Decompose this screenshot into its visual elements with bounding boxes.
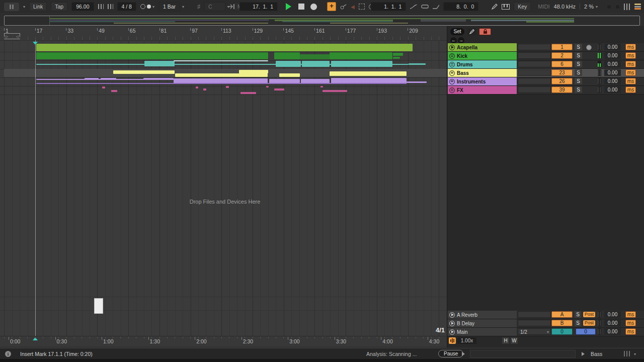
drag-ghost-box[interactable] [94, 298, 103, 314]
clip-segment[interactable] [226, 86, 229, 88]
status-caret-icon[interactable]: ▾ [634, 352, 636, 356]
track-row[interactable]: Instruments26S0.00ms [447, 77, 644, 86]
link-button[interactable]: Link [29, 2, 47, 11]
return-delay-unit-button[interactable]: ms [625, 328, 636, 335]
pre-post-toggle[interactable]: Post [583, 312, 595, 317]
return-solo-button[interactable]: S [575, 320, 581, 326]
track-lines-icon[interactable] [449, 87, 455, 93]
stop-button[interactable] [298, 4, 304, 10]
ramp-icon[interactable] [433, 5, 439, 9]
send-activator-button[interactable]: A [551, 311, 573, 318]
clip-segment[interactable] [113, 70, 175, 74]
track-input-box[interactable] [518, 52, 551, 59]
track-activator-button[interactable]: 26 [551, 78, 573, 84]
track-delay-unit-button[interactable]: ms [625, 44, 636, 50]
track-arm-button[interactable] [586, 45, 592, 50]
clip-segment[interactable] [196, 86, 198, 88]
track-play-icon[interactable] [582, 352, 585, 356]
track-delay-unit-button[interactable]: ms [625, 78, 636, 84]
track-delay-unit-button[interactable]: ms [625, 86, 636, 93]
track-delay-unit-button[interactable]: ms [625, 52, 636, 59]
track-solo-button[interactable]: S [575, 69, 582, 76]
zoom-amount-display[interactable]: 1.00x [457, 337, 476, 344]
track-delay-value[interactable]: 0.00 [604, 78, 621, 84]
pre-post-toggle[interactable]: Post [583, 320, 595, 326]
clip-segment[interactable] [144, 61, 175, 66]
preferences-menu-icon[interactable] [634, 4, 641, 10]
tap-tempo-button[interactable]: Tap [51, 2, 67, 11]
track-solo-button[interactable]: S [575, 52, 582, 59]
main-volume-knob[interactable]: 0 [576, 328, 596, 335]
track-delay-value[interactable]: 0.00 [604, 69, 621, 76]
return-delay-value[interactable]: 0.00 [604, 328, 621, 335]
lock-envelopes-button[interactable] [479, 28, 491, 35]
track-delay-value[interactable]: 0.00 [604, 86, 621, 93]
nudge-down-icon[interactable] [98, 4, 104, 9]
return-input-box[interactable] [518, 320, 551, 326]
return-name-block[interactable]: A Reverb [448, 311, 517, 319]
track-delay-unit-button[interactable]: ms [625, 69, 636, 76]
arrangement-position-display[interactable]: 17. 1. 1 [239, 2, 278, 11]
app-menu-caret-icon[interactable]: ▾ [23, 5, 25, 9]
track-input-box[interactable] [518, 78, 551, 84]
computer-midi-keyboard-icon[interactable] [502, 4, 510, 10]
send-activator-button[interactable]: B [551, 320, 573, 326]
track-solo-button[interactable]: S [575, 78, 582, 84]
clip-segment[interactable] [174, 60, 268, 61]
track-lines-icon[interactable] [449, 70, 455, 76]
arrangement-area[interactable]: Drop Files and Devices Here 4/1 [0, 40, 447, 336]
track-solo-button[interactable]: S [575, 86, 582, 93]
track-row[interactable]: FX39S0.00ms [447, 86, 644, 95]
clip-segment[interactable] [331, 61, 392, 67]
clip-segment[interactable] [85, 78, 99, 80]
clip-segment[interactable] [101, 78, 116, 80]
fold-width-button[interactable]: W [511, 337, 518, 344]
clip-segment[interactable] [274, 88, 284, 90]
clip-segment[interactable] [276, 61, 301, 67]
set-button[interactable]: Set [450, 28, 464, 35]
clip-segment[interactable] [407, 81, 427, 83]
loop-start-display[interactable]: 1. 1. 1 [371, 2, 406, 11]
cue-volume-knob[interactable]: 0 [551, 328, 573, 335]
return-play-icon[interactable] [449, 321, 455, 326]
play-button[interactable] [286, 3, 291, 10]
return-delay-value[interactable]: 0.00 [604, 320, 621, 326]
track-delay-unit-button[interactable]: ms [625, 61, 636, 67]
clip-segment[interactable] [320, 86, 323, 87]
clip-segment[interactable] [323, 90, 347, 92]
clip-segment[interactable] [409, 63, 426, 65]
capture-selection-icon[interactable] [359, 4, 365, 10]
clip-segment[interactable] [36, 52, 268, 59]
track-activator-button[interactable]: 39 [551, 86, 573, 93]
fold-height-button[interactable]: H [502, 337, 509, 344]
preview-play-icon[interactable] [462, 352, 465, 356]
track-activator-button[interactable]: 1 [551, 44, 573, 50]
overdub-plus-button[interactable]: + [327, 2, 336, 11]
cpu-meter[interactable]: 2 % ▾ [580, 4, 598, 10]
metronome-button[interactable]: ▾ [140, 4, 154, 9]
time-signature-display[interactable]: 4 / 8 [117, 2, 136, 11]
clip-segment[interactable] [279, 73, 300, 77]
clip-segment[interactable] [330, 52, 392, 59]
track-name-block[interactable]: Instruments [448, 77, 517, 85]
track-input-box[interactable] [518, 86, 551, 93]
track-delay-value[interactable]: 0.00 [604, 52, 621, 59]
return-play-icon[interactable] [449, 312, 455, 318]
clip-segment[interactable] [175, 73, 268, 77]
clip-segment[interactable] [266, 86, 269, 87]
track-lines-icon[interactable] [449, 62, 455, 67]
clip-segment[interactable] [240, 92, 256, 94]
track-lines-icon[interactable] [449, 79, 455, 84]
return-play-icon[interactable] [449, 329, 455, 335]
track-activator-button[interactable]: 23 [551, 69, 573, 76]
return-track-row[interactable]: B DelayBSPost0.00ms [447, 319, 644, 328]
track-activator-button[interactable]: 2 [551, 52, 573, 59]
fade-icon[interactable] [410, 5, 417, 9]
track-row[interactable]: Kick2S0.00ms [447, 52, 644, 60]
return-input-box[interactable] [518, 311, 551, 318]
record-button[interactable] [310, 4, 317, 10]
automation-pencil-button[interactable] [467, 28, 476, 35]
track-name-block[interactable]: Drums [448, 60, 517, 68]
clip-segment[interactable] [393, 57, 400, 59]
clip-segment[interactable] [111, 90, 117, 92]
